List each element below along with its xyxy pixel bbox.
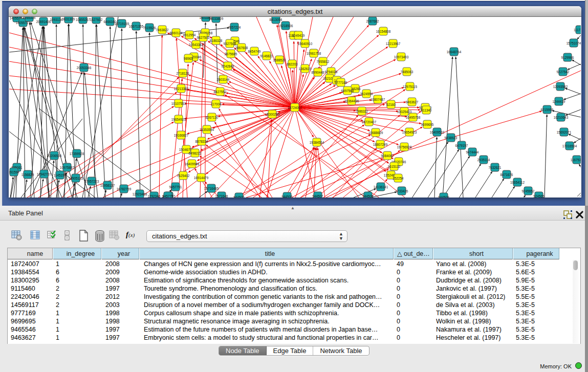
svg-text:1156829: 1156829 — [21, 173, 34, 177]
svg-text:10107553: 10107553 — [171, 102, 186, 105]
svg-text:944508: 944508 — [362, 194, 374, 198]
svg-text:8990448: 8990448 — [312, 71, 324, 74]
svg-text:19218506: 19218506 — [278, 24, 293, 28]
svg-text:944506: 944506 — [281, 195, 293, 198]
svg-text:16409948: 16409948 — [185, 162, 200, 166]
svg-text:20206536: 20206536 — [47, 154, 62, 158]
svg-text:1571648: 1571648 — [215, 194, 228, 198]
svg-text:9245652: 9245652 — [522, 189, 535, 193]
svg-text:20691406: 20691406 — [36, 20, 51, 24]
svg-text:15692071: 15692071 — [557, 130, 572, 134]
svg-text:944509: 944509 — [438, 195, 449, 198]
svg-text:7515526: 7515526 — [143, 26, 156, 30]
svg-text:19166827: 19166827 — [174, 134, 189, 137]
svg-text:5938923: 5938923 — [445, 136, 458, 140]
svg-text:10654112: 10654112 — [510, 181, 525, 184]
svg-text:911340: 911340 — [421, 108, 432, 112]
svg-text:8267130: 8267130 — [206, 116, 219, 119]
svg-text:7625402: 7625402 — [177, 174, 190, 178]
svg-text:16671355: 16671355 — [129, 25, 144, 28]
svg-text:6497568: 6497568 — [341, 89, 354, 93]
svg-text:1244419: 1244419 — [553, 100, 565, 103]
svg-text:12213383: 12213383 — [174, 87, 189, 91]
svg-text:117004: 117004 — [211, 102, 222, 106]
svg-text:12975115: 12975115 — [403, 85, 417, 89]
svg-text:16495758: 16495758 — [406, 116, 421, 119]
svg-text:14136141: 14136141 — [374, 185, 388, 189]
svg-text:20364436: 20364436 — [344, 99, 359, 103]
svg-text:2867608: 2867608 — [235, 46, 248, 50]
svg-text:19384554: 19384554 — [310, 141, 324, 144]
svg-text:16033809: 16033809 — [209, 17, 224, 20]
svg-text:2055334: 2055334 — [23, 17, 36, 19]
svg-text:924565: 924565 — [533, 194, 545, 198]
svg-text:7955812: 7955812 — [317, 60, 330, 63]
svg-text:8813054: 8813054 — [270, 18, 282, 21]
svg-text:12942737: 12942737 — [37, 172, 52, 176]
svg-text:7986322: 7986322 — [356, 110, 368, 113]
svg-text:1117342: 1117342 — [574, 28, 581, 32]
svg-text:17016504: 17016504 — [562, 144, 577, 148]
svg-text:8215955: 8215955 — [541, 108, 554, 112]
svg-text:16782759: 16782759 — [117, 187, 132, 191]
svg-text:9129966: 9129966 — [561, 56, 574, 59]
svg-text:8427552: 8427552 — [214, 90, 227, 94]
svg-text:8186328: 8186328 — [210, 39, 223, 42]
svg-text:15751074: 15751074 — [567, 41, 581, 45]
svg-text:3624554: 3624554 — [360, 92, 373, 96]
svg-text:12905135: 12905135 — [69, 177, 83, 180]
svg-text:1615132: 1615132 — [388, 165, 401, 168]
svg-text:944505: 944505 — [233, 195, 245, 198]
svg-text:8912954: 8912954 — [183, 33, 196, 37]
svg-text:1588520: 1588520 — [273, 58, 286, 62]
svg-text:8878334: 8878334 — [195, 140, 208, 143]
svg-text:6498222: 6498222 — [189, 151, 202, 155]
svg-text:9457791: 9457791 — [169, 185, 182, 189]
svg-text:1733426: 1733426 — [396, 189, 408, 193]
svg-text:11353594: 11353594 — [200, 128, 214, 132]
svg-text:15716485: 15716485 — [204, 187, 219, 190]
svg-text:15640910: 15640910 — [298, 42, 313, 46]
svg-text:19654923: 19654923 — [402, 130, 417, 134]
svg-text:9146821: 9146821 — [260, 54, 273, 58]
svg-text:12093582: 12093582 — [553, 85, 568, 89]
svg-text:9463627: 9463627 — [406, 100, 419, 104]
svg-text:1292346: 1292346 — [148, 194, 161, 198]
svg-text:9631309: 9631309 — [62, 17, 75, 21]
svg-text:62160: 62160 — [386, 103, 396, 106]
svg-text:7485063: 7485063 — [401, 70, 413, 74]
svg-text:10807487: 10807487 — [371, 98, 385, 101]
svg-text:9227542: 9227542 — [557, 70, 570, 74]
svg-text:17359928: 17359928 — [70, 152, 84, 156]
svg-text:15720407: 15720407 — [362, 120, 377, 124]
svg-text:9327508: 9327508 — [224, 42, 236, 46]
svg-text:18807249: 18807249 — [373, 143, 388, 146]
svg-text:10688609: 10688609 — [368, 131, 383, 135]
svg-text:7857224: 7857224 — [228, 26, 241, 29]
svg-text:16210643: 16210643 — [554, 116, 569, 119]
svg-text:10961758: 10961758 — [307, 52, 321, 55]
svg-text:3675685: 3675685 — [225, 52, 237, 56]
svg-text:391594: 391594 — [9, 170, 19, 174]
svg-text:2935114: 2935114 — [477, 158, 490, 162]
svg-text:8471676: 8471676 — [500, 173, 513, 177]
svg-text:882203: 882203 — [287, 62, 298, 66]
svg-text:10855267: 10855267 — [76, 18, 91, 21]
svg-text:98965: 98965 — [184, 57, 193, 60]
svg-text:18300295: 18300295 — [265, 113, 280, 116]
svg-text:19654925: 19654925 — [171, 118, 186, 121]
svg-text:7463822: 7463822 — [156, 28, 169, 32]
svg-text:16648764: 16648764 — [447, 50, 462, 54]
svg-text:9242848: 9242848 — [222, 64, 234, 68]
svg-text:20053346: 20053346 — [77, 66, 92, 70]
svg-text:2803144: 2803144 — [217, 78, 230, 81]
svg-text:1362615: 1362615 — [299, 67, 312, 71]
svg-text:10958137: 10958137 — [100, 184, 115, 187]
svg-text:1167534: 1167534 — [571, 158, 581, 162]
svg-text:10543382: 10543382 — [189, 43, 204, 47]
svg-text:1093134: 1093134 — [50, 18, 63, 21]
svg-text:17957223: 17957223 — [84, 180, 99, 183]
svg-text:8454749: 8454749 — [248, 50, 261, 53]
svg-text:7632621: 7632621 — [489, 166, 502, 169]
svg-text:16409532: 16409532 — [430, 130, 445, 134]
